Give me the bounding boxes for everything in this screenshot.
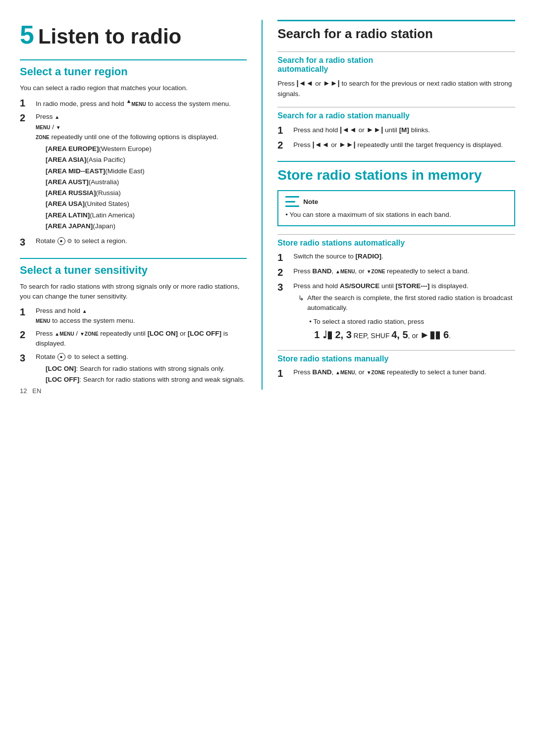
sub-bullet-note: • To select a stored radio station, pres… (309, 317, 515, 342)
section-store-manual: Store radio stations manually 1 Press BA… (277, 350, 515, 379)
right-page-title: Search for a radio station (277, 26, 515, 42)
step-3-store-auto: 3 Press and hold AS/SOURCE until [STORE-… (277, 281, 515, 342)
search-auto-text: Press |◄◄ or ►►| to search for the previ… (277, 78, 515, 99)
footer-lang: EN (32, 387, 41, 395)
store-auto-title: Store radio stations automatically (277, 234, 515, 248)
section-tuner-region: Select a tuner region You can select a r… (20, 59, 247, 248)
section-store-auto: Store radio stations automatically 1 Swi… (277, 234, 515, 342)
store-manual-title: Store radio stations manually (277, 350, 515, 363)
step-2-search-manual: 2 Press |◄◄ or ►►| repeatedly until the … (277, 139, 515, 151)
chapter-title: Listen to radio (38, 25, 181, 49)
step-1-search-manual: 1 Press and hold |◄◄ or ►►| until [M] bl… (277, 124, 515, 136)
step-1-store-manual: 1 Press BAND, ▲MENU, or ▼ZONE repeatedly… (277, 367, 515, 379)
chapter-number: 5 (20, 20, 34, 50)
step-2-sensitivity: 2 Press ▲MENU / ▼ZONE repeatedly until [… (20, 329, 247, 349)
loc-options-list: [LOC ON]: Search for radio stations with… (46, 364, 247, 385)
search-auto-title: Search for a radio stationautomatically (277, 51, 515, 74)
list-item: [AREA LATIN] (Latin America) (46, 210, 247, 220)
step-2-store-auto: 2 Press BAND, ▲MENU, or ▼ZONE repeatedly… (277, 266, 515, 278)
list-item: [AREA MID--EAST] (Middle East) (46, 166, 247, 176)
step-3-sensitivity: 3 Rotate ● ⚙ to select a setting. [LOC O… (20, 352, 247, 387)
arrow-note: ↳ After the search is complete, the firs… (298, 293, 515, 313)
list-item: [LOC ON]: Search for radio stations with… (46, 364, 247, 374)
section-tuner-sensitivity: Select a tuner sensitivity To search for… (20, 258, 247, 387)
search-manual-title: Search for a radio station manually (277, 107, 515, 120)
note-icon (285, 196, 299, 207)
step-2-region: 2 Press ▲MENU / ▼ZONE repeatedly until o… (20, 112, 247, 233)
area-list: [AREA EUROPE] (Western Europe) [AREA ASI… (46, 144, 247, 231)
footer-page: 12 (20, 387, 27, 395)
section-search-manual: Search for a radio station manually 1 Pr… (277, 107, 515, 151)
list-item: [AREA ASIA] (Asia Pacific) (46, 155, 247, 165)
step-1-region: 1 In radio mode, press and hold ▲MENU to… (20, 97, 247, 109)
section-tuner-sensitivity-intro: To search for radio stations with strong… (20, 282, 247, 302)
section-tuner-sensitivity-title: Select a tuner sensitivity (20, 258, 247, 277)
list-item: [AREA JAPAN] (Japan) (46, 221, 247, 231)
page-footer: 12 EN (20, 387, 41, 395)
section-tuner-region-intro: You can select a radio region that match… (20, 83, 247, 93)
note-label: Note (303, 198, 318, 205)
step-1-store-auto: 1 Switch the source to [RADIO]. (277, 252, 515, 263)
note-text: • You can store a maximum of six station… (285, 210, 507, 220)
note-box: Note • You can store a maximum of six st… (277, 190, 515, 226)
list-item: [AREA RUSSIA] (Russia) (46, 188, 247, 198)
step-3-region: 3 Rotate ● ⚙ to select a region. (20, 236, 247, 248)
store-memory-title: Store radio stations in memory (277, 161, 515, 184)
list-item: [AREA EUROPE] (Western Europe) (46, 144, 247, 154)
left-column: 5 Listen to radio Select a tuner region … (20, 20, 263, 390)
section-store-memory: Store radio stations in memory Note • Yo… (277, 161, 515, 226)
step-1-sensitivity: 1 Press and hold ▲MENU to access the sys… (20, 306, 247, 326)
right-column: Search for a radio station Search for a … (263, 20, 515, 390)
list-item: [AREA AUST] (Australia) (46, 177, 247, 187)
list-item: [AREA USA] (United States) (46, 199, 247, 209)
section-search-auto: Search for a radio stationautomatically … (277, 51, 515, 99)
list-item: [LOC OFF]: Search for radio stations wit… (46, 375, 247, 385)
section-tuner-region-title: Select a tuner region (20, 59, 247, 78)
